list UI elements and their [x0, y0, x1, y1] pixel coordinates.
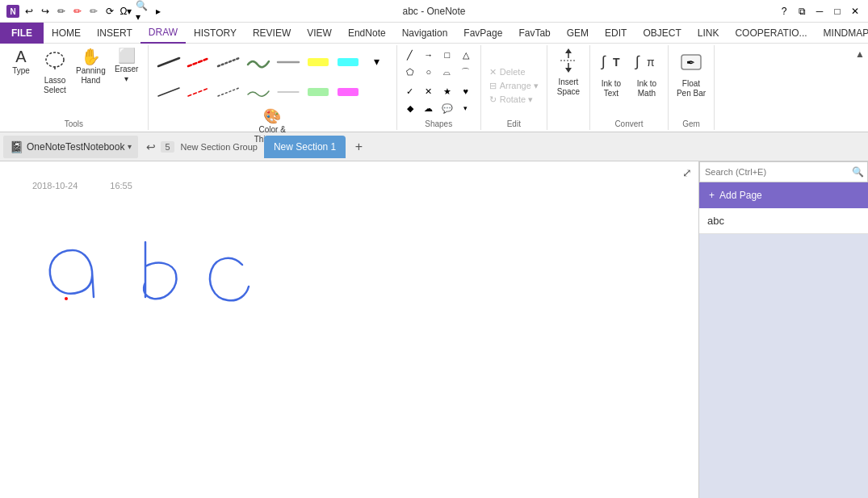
pen-black-solid[interactable] — [153, 47, 182, 76]
minimize-icon[interactable]: ─ — [813, 5, 826, 18]
shape-circle[interactable]: ○ — [421, 64, 437, 80]
pen-thin-black[interactable] — [153, 77, 182, 106]
tab-file[interactable]: FILE — [0, 23, 44, 44]
canvas-area[interactable]: ⤢ 2018-10-24 16:55 — [0, 161, 698, 498]
shape-callout[interactable]: 💬 — [439, 100, 455, 116]
red-dot-indicator — [65, 297, 68, 300]
search-icon[interactable]: 🔍▾ — [136, 5, 149, 18]
svg-line-10 — [158, 88, 179, 96]
shape-heart[interactable]: ♥ — [458, 83, 474, 99]
shape-arc[interactable]: ⌒ — [458, 64, 474, 80]
delete-label: Delete — [500, 67, 526, 77]
float-pen-bar-button[interactable]: ✒ FloatPen Bar — [673, 47, 709, 100]
add-section-button[interactable]: + — [349, 137, 368, 157]
close-icon[interactable]: ✕ — [849, 5, 862, 18]
repeat-icon[interactable]: ⟳ — [103, 5, 116, 18]
shape-cloud[interactable]: ☁ — [421, 100, 437, 116]
shape-check[interactable]: ✓ — [402, 83, 418, 99]
restore-icon[interactable]: ⧉ — [795, 5, 808, 18]
redo-icon[interactable]: ↪ — [39, 5, 52, 18]
pen-expand2[interactable] — [363, 77, 392, 106]
highlighter-cyan[interactable] — [333, 47, 362, 76]
tab-history[interactable]: HISTORY — [186, 23, 245, 44]
tab-home[interactable]: HOME — [44, 23, 89, 44]
search-input[interactable] — [700, 167, 848, 177]
tab-favtab[interactable]: FavTab — [510, 23, 558, 44]
arrange-button[interactable]: ⊟ Arrange ▾ — [486, 80, 542, 92]
tab-view[interactable]: VIEW — [299, 23, 340, 44]
symbol-icon[interactable]: Ω▾ — [120, 5, 132, 18]
collapse-ribbon-button[interactable]: ▲ — [852, 45, 868, 130]
highlighter-magenta[interactable] — [333, 77, 362, 106]
eraser-icon: ⬜ — [118, 48, 136, 63]
maximize-icon[interactable]: □ — [831, 5, 844, 18]
pen-thin-gray[interactable] — [213, 77, 242, 106]
expand-button[interactable]: ⤢ — [679, 165, 695, 181]
ink-to-math-label: Ink toMath — [637, 79, 656, 98]
shape-star[interactable]: ★ — [439, 83, 455, 99]
panning-hand-button[interactable]: ✋ PanningHand — [73, 47, 109, 87]
pen-icon[interactable]: ✏ — [55, 5, 68, 18]
tab-object[interactable]: OBJECT — [635, 23, 689, 44]
eraser-button[interactable]: ⬜ Eraser▾ — [111, 47, 143, 86]
tab-navigation[interactable]: Navigation — [394, 23, 456, 44]
pen-thin-red[interactable] — [183, 77, 212, 106]
svg-rect-15 — [338, 88, 359, 96]
lasso-label: LassoSelect — [44, 76, 66, 95]
app-icon: N — [6, 5, 19, 18]
shape-cross[interactable]: ✕ — [421, 83, 437, 99]
rotate-button[interactable]: ↻ Rotate ▾ — [486, 94, 536, 106]
shape-diamond[interactable]: ◆ — [402, 100, 418, 116]
notebook-dropdown-arrow[interactable]: ▾ — [128, 142, 132, 151]
undo-icon[interactable]: ↩ — [23, 5, 36, 18]
shape-expand[interactable]: ▾ — [458, 100, 474, 116]
insert-space-button[interactable]: InsertSpace — [552, 47, 585, 98]
shape-lasso[interactable]: ⌓ — [439, 64, 455, 80]
convert-group: ∫ T Ink toText ∫ π Ink toMath Convert — [590, 45, 669, 130]
pen-expand[interactable]: ▾ — [363, 47, 392, 76]
more-icon[interactable]: ▸ — [152, 5, 165, 18]
tab-gem[interactable]: GEM — [559, 23, 597, 44]
undo-count[interactable]: 5 — [161, 141, 174, 153]
shape-pentagon[interactable]: ⬠ — [402, 64, 418, 80]
tab-link[interactable]: LINK — [690, 23, 728, 44]
ink-to-math-button[interactable]: ∫ π Ink toMath — [631, 47, 663, 100]
tab-endnote[interactable]: EndNote — [340, 23, 394, 44]
ink-to-text-button[interactable]: ∫ T Ink toText — [595, 47, 627, 100]
shape-arrow[interactable]: → — [421, 47, 437, 63]
pen-teal-wave[interactable] — [243, 47, 272, 76]
notebook-selector[interactable]: 📓 OneNoteTestNotebook ▾ — [3, 136, 138, 158]
type-button[interactable]: A Type — [5, 47, 37, 77]
page-item[interactable]: abc — [699, 208, 868, 234]
svg-marker-19 — [565, 68, 572, 73]
pen-thin-plain[interactable] — [273, 77, 302, 106]
shape-line[interactable]: ╱ — [402, 47, 418, 63]
section-tab-new-section-1[interactable]: New Section 1 — [264, 136, 346, 158]
pen3-icon[interactable]: ✏ — [87, 5, 100, 18]
tab-insert[interactable]: INSERT — [89, 23, 140, 44]
tab-cooperatio[interactable]: COOPERATIO... — [727, 23, 815, 44]
pen-thin-teal[interactable] — [243, 77, 272, 106]
highlighter-yellow[interactable] — [303, 47, 332, 76]
pen2-icon[interactable]: ✏ — [71, 5, 84, 18]
tab-review[interactable]: REVIEW — [245, 23, 299, 44]
tab-edit[interactable]: EDIT — [597, 23, 635, 44]
add-page-icon: + — [709, 190, 715, 201]
tab-draw[interactable]: DRAW — [140, 23, 186, 44]
highlighter-lime[interactable] — [303, 77, 332, 106]
add-page-button[interactable]: + Add Page — [699, 182, 868, 208]
eraser-label: Eraser▾ — [115, 65, 138, 84]
undo-button[interactable]: ↩ — [141, 137, 161, 157]
pen-red-dashed[interactable] — [183, 47, 212, 76]
help-icon[interactable]: ? — [778, 5, 790, 18]
delete-button[interactable]: ✕ Delete — [486, 66, 529, 78]
lasso-select-button[interactable]: LassoSelect — [39, 47, 71, 97]
search-button[interactable]: 🔍 — [848, 162, 867, 182]
tab-favpage[interactable]: FavPage — [455, 23, 510, 44]
shape-rect[interactable]: □ — [439, 47, 455, 63]
svg-text:∫: ∫ — [600, 53, 606, 69]
shape-triangle[interactable]: △ — [458, 47, 474, 63]
tab-mindmap[interactable]: MINDMAP — [816, 23, 868, 44]
pen-gray-plain[interactable] — [273, 47, 302, 76]
pen-gray-dotted[interactable] — [213, 47, 242, 76]
